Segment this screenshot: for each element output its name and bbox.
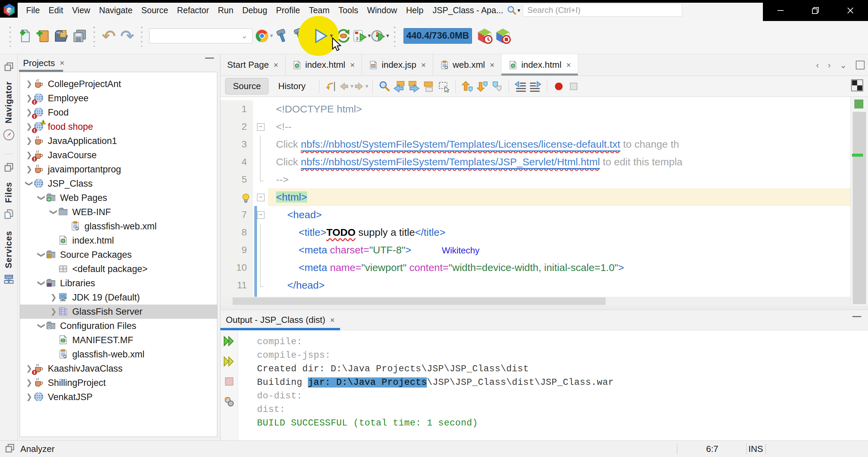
tree-item[interactable]: ❯Configuration Files: [20, 319, 217, 333]
tree-item[interactable]: ❯JSP_Class: [20, 176, 217, 191]
profiler-stop-icon[interactable]: [494, 25, 512, 47]
chevron-right-icon[interactable]: ❯: [25, 378, 34, 387]
code-editor[interactable]: 1<!DOCTYPE html>2<!--3Click nbfs://nbhos…: [220, 97, 868, 306]
scroll-tabs-right-icon[interactable]: ›: [828, 60, 831, 70]
code-line[interactable]: 1<!DOCTYPE html>: [220, 100, 850, 118]
editor-tab[interactable]: index.html×: [285, 54, 362, 76]
chevron-right-icon[interactable]: ❯: [25, 137, 34, 145]
chevron-right-icon[interactable]: ❯: [49, 293, 58, 302]
tree-item[interactable]: ❯Food: [20, 105, 217, 120]
record-macro-icon[interactable]: [551, 78, 566, 95]
code-line[interactable]: 11 </head>: [220, 276, 850, 294]
back-icon[interactable]: ▾: [338, 78, 353, 95]
toolbar-grip[interactable]: [140, 25, 143, 47]
menu-tools[interactable]: Tools: [334, 3, 362, 17]
tree-item[interactable]: ❯JavaCourse: [20, 148, 217, 162]
quick-search[interactable]: ▾: [507, 4, 682, 17]
code-line[interactable]: 4Click nbfs://nbhost/SystemFileSystem/Te…: [220, 153, 850, 171]
menu-debug[interactable]: Debug: [238, 3, 272, 17]
restore-button[interactable]: [798, 0, 833, 21]
open-project-button[interactable]: [52, 25, 71, 47]
minimize-panel-icon[interactable]: [205, 58, 214, 59]
code-line[interactable]: 2<!--: [220, 118, 850, 136]
tree-item[interactable]: ❯ShillingProject: [20, 376, 217, 390]
rail-tab-services[interactable]: Services: [4, 231, 14, 268]
tab-list-dropdown-icon[interactable]: ⌄: [840, 60, 847, 70]
run-project-button[interactable]: [311, 25, 329, 47]
close-button[interactable]: [833, 0, 868, 21]
debug-project-button[interactable]: 3 ▾: [353, 25, 371, 47]
close-icon[interactable]: ×: [274, 60, 278, 70]
menu-edit[interactable]: Edit: [44, 3, 67, 17]
stop-build-button[interactable]: [223, 376, 235, 389]
analyzer-icon[interactable]: [5, 443, 15, 455]
chevron-right-icon[interactable]: ❯: [25, 80, 34, 88]
previous-occurrence-icon[interactable]: [392, 78, 407, 95]
rail-tab-files[interactable]: Files: [4, 182, 14, 203]
save-all-button[interactable]: [71, 25, 89, 47]
tree-item[interactable]: ❯KaashivJavaClass: [20, 361, 217, 376]
rail-tab-navigator[interactable]: Navigator: [4, 81, 14, 123]
menu-source[interactable]: Source: [137, 3, 173, 17]
close-icon[interactable]: ×: [421, 60, 426, 70]
vertical-scrollbar-thumb[interactable]: [853, 112, 866, 304]
code-line[interactable]: 8 <title>TODO supply a title</title>: [220, 224, 850, 241]
new-file-button[interactable]: [16, 25, 34, 47]
chevron-down-icon[interactable]: ❯: [49, 208, 58, 216]
template-link[interactable]: nbfs://nbhost/SystemFileSystem/Templates…: [301, 139, 620, 150]
new-project-button[interactable]: [34, 25, 52, 47]
menu-profile[interactable]: Profile: [272, 3, 304, 17]
shift-line-left-icon[interactable]: [513, 78, 528, 95]
stop-macro-icon[interactable]: [566, 78, 581, 95]
rectangular-selection-icon[interactable]: [436, 78, 451, 95]
toggle-bookmark-icon[interactable]: [490, 78, 505, 95]
chevron-down-icon[interactable]: ❯: [37, 321, 46, 330]
minimize-button[interactable]: [763, 0, 798, 21]
chevron-down-icon[interactable]: ❯: [37, 279, 46, 288]
redo-button[interactable]: ↷: [118, 25, 136, 47]
menu-run[interactable]: Run: [214, 3, 238, 17]
rerun-with-options-button[interactable]: [223, 355, 235, 369]
ant-settings-button[interactable]: [223, 395, 235, 409]
find-selection-icon[interactable]: [377, 78, 392, 95]
vertical-scrollbar[interactable]: [850, 97, 868, 306]
tree-item[interactable]: ❯VenkatJSP: [20, 390, 217, 404]
tree-item[interactable]: ❯Libraries: [20, 276, 217, 290]
toggle-highlight-icon[interactable]: [421, 78, 436, 95]
close-icon[interactable]: ×: [350, 60, 355, 70]
profiler-clock-icon[interactable]: [475, 25, 494, 47]
close-icon[interactable]: ×: [330, 315, 335, 325]
code-line[interactable]: 7 <head>: [220, 206, 850, 224]
output-tab[interactable]: Output - JSP_Class (dist) ×: [220, 310, 340, 330]
code-line[interactable]: <html>: [220, 188, 850, 206]
editor-annotation-mark[interactable]: [852, 154, 863, 157]
build-output-log[interactable]: compile:compile-jsps:Created dir: D:\Jav…: [238, 330, 868, 440]
menu-file[interactable]: File: [22, 3, 44, 17]
build-project-button[interactable]: [273, 25, 291, 47]
next-bookmark-icon[interactable]: [475, 78, 490, 95]
chevron-right-icon[interactable]: ❯: [25, 165, 34, 174]
projects-tab[interactable]: Projects ×: [18, 54, 69, 72]
chevron-down-icon[interactable]: ❯: [37, 193, 46, 202]
code-fold-toggle[interactable]: [253, 188, 268, 206]
source-view-button[interactable]: Source: [225, 78, 269, 95]
chevron-down-icon[interactable]: ❯: [25, 179, 34, 188]
shift-line-right-icon[interactable]: [528, 78, 543, 95]
search-icon[interactable]: ▾: [507, 5, 520, 15]
toolbar-grip[interactable]: [93, 25, 96, 47]
editor-tab[interactable]: index.html×: [501, 54, 578, 76]
menu-navigate[interactable]: Navigate: [95, 3, 137, 17]
restore-window-group-icon[interactable]: [4, 62, 14, 73]
tree-item[interactable]: MANIFEST.MF: [20, 333, 217, 347]
menu-view[interactable]: View: [67, 3, 95, 17]
editor-tab[interactable]: Start Page×: [220, 54, 285, 76]
tree-item[interactable]: ❯WEB-INF: [20, 205, 217, 219]
split-document-icon[interactable]: [850, 79, 864, 94]
rerun-build-button[interactable]: [223, 335, 235, 349]
tree-item[interactable]: ❯Source Packages: [20, 248, 217, 262]
editor-output-splitter[interactable]: [220, 306, 868, 310]
menu-refactor[interactable]: Refactor: [173, 3, 213, 17]
minimize-output-icon[interactable]: [852, 316, 861, 317]
tree-item[interactable]: ❯javaimportantprog: [20, 162, 217, 176]
search-input[interactable]: [523, 4, 682, 17]
